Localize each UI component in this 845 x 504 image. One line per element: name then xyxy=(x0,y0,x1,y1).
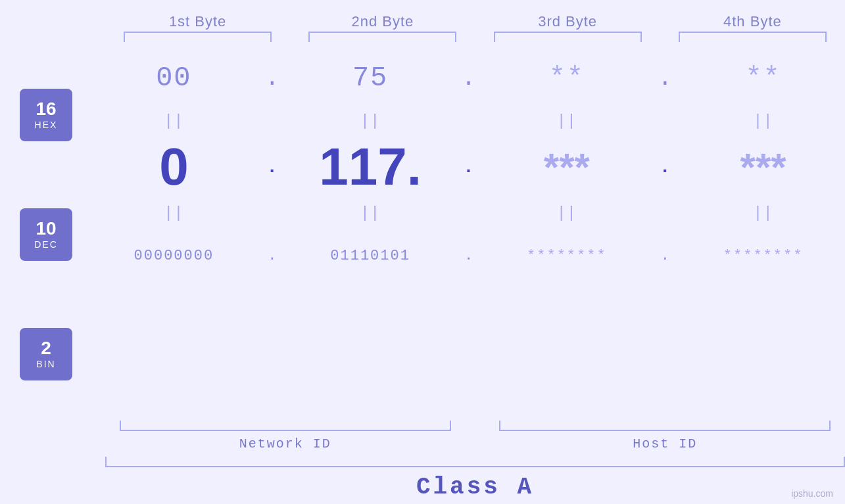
hex-sep1: . xyxy=(256,65,289,92)
dec-dot3: . xyxy=(660,157,671,177)
hex-b2: 75 xyxy=(352,62,388,94)
bin-row: 00000000 . 01110101 . ******** . xyxy=(92,226,845,285)
bin-b2-cell: 01110101 xyxy=(289,248,452,264)
dec-sep2: . xyxy=(452,157,485,177)
hex-sep2: . xyxy=(452,65,485,92)
eq2-b4: || xyxy=(681,204,845,222)
hex-b3-cell: ** xyxy=(485,62,649,94)
bracket-4 xyxy=(679,32,827,42)
bracket-1 xyxy=(124,32,272,42)
byte4-header: 4th Byte xyxy=(660,13,845,30)
hex-dot2: . xyxy=(462,65,476,92)
eq-row-2: || || || || xyxy=(92,200,845,226)
main-container: 1st Byte 2nd Byte 3rd Byte 4th Byte 16 H… xyxy=(0,0,845,504)
bin-num: 2 xyxy=(41,339,51,357)
network-id-label: Network ID xyxy=(239,436,331,451)
dec-dot2: . xyxy=(463,157,474,177)
eq1-b4: || xyxy=(681,112,845,130)
bracket-labels-container: Network ID Host ID xyxy=(105,421,845,451)
hex-b4: ** xyxy=(745,62,781,94)
bin-badge: 2 BIN xyxy=(20,328,72,380)
bin-label: BIN xyxy=(36,359,55,369)
bracket-2 xyxy=(308,32,456,42)
bin-sep2: . xyxy=(452,248,485,264)
hex-dot3: . xyxy=(658,65,672,92)
dec-num: 10 xyxy=(36,219,56,238)
dec-b3-cell: *** xyxy=(485,145,649,190)
hex-dot1: . xyxy=(265,65,279,92)
hex-badge: 16 HEX xyxy=(20,89,72,141)
eq2-b3: || xyxy=(485,204,649,222)
bin-sep1: . xyxy=(256,248,289,264)
bin-dot3: . xyxy=(661,248,669,264)
bin-b1: 00000000 xyxy=(134,248,214,264)
host-id-bracket-line xyxy=(499,421,831,431)
bin-b4: ******** xyxy=(723,248,804,264)
byte2-header: 2nd Byte xyxy=(290,13,475,30)
bytes-grid: 00 . 75 . ** . ** xyxy=(92,49,845,421)
bin-b3-cell: ******** xyxy=(485,248,649,264)
watermark: ipshu.com xyxy=(791,488,833,499)
dec-b2: 117. xyxy=(319,137,422,197)
dec-b3: *** xyxy=(544,145,590,190)
byte3-header: 3rd Byte xyxy=(475,13,660,30)
bin-b1-cell: 00000000 xyxy=(92,248,256,264)
dec-label: DEC xyxy=(34,239,58,250)
eq1-b3: || xyxy=(485,112,649,130)
dec-row: 0 . 117. . *** . *** xyxy=(92,134,845,200)
hex-b2-cell: 75 xyxy=(289,62,452,94)
hex-b4-cell: ** xyxy=(681,62,845,94)
dec-b1-cell: 0 xyxy=(92,137,256,197)
network-id-bracket-line xyxy=(120,421,451,431)
eq1-b1: || xyxy=(92,112,256,130)
eq2-b1: || xyxy=(92,204,256,222)
dec-b2-cell: 117. xyxy=(289,137,452,197)
byte-headers: 1st Byte 2nd Byte 3rd Byte 4th Byte xyxy=(0,13,845,30)
hex-sep3: . xyxy=(648,65,681,92)
hex-num: 16 xyxy=(36,100,56,118)
hex-b1: 00 xyxy=(156,62,191,94)
header-brackets xyxy=(0,32,845,42)
base-indicators: 16 HEX 10 DEC 2 BIN xyxy=(0,49,92,421)
dec-sep1: . xyxy=(256,157,289,177)
byte1-header: 1st Byte xyxy=(105,13,290,30)
bracket-cell-4 xyxy=(660,32,845,42)
bin-dot1: . xyxy=(268,248,276,264)
bracket-3 xyxy=(494,32,642,42)
bracket-cell-1 xyxy=(105,32,290,42)
dec-sep3: . xyxy=(648,157,681,177)
hex-row: 00 . 75 . ** . ** xyxy=(92,49,845,108)
host-id-bracket-block: Host ID xyxy=(485,421,846,451)
class-banner: Class A xyxy=(105,457,845,504)
bottom-area: Network ID Host ID Class A xyxy=(0,421,845,504)
class-bracket-line xyxy=(105,457,845,467)
hex-b1-cell: 00 xyxy=(92,62,256,94)
eq2-b2: || xyxy=(289,204,452,222)
eq-row-1: || || || || xyxy=(92,108,845,134)
eq1-b2: || xyxy=(289,112,452,130)
dec-b4-cell: *** xyxy=(681,145,845,190)
bin-b2: 01110101 xyxy=(330,248,410,264)
bin-b4-cell: ******** xyxy=(681,248,845,264)
bracket-cell-2 xyxy=(290,32,475,42)
bin-sep3: . xyxy=(648,248,681,264)
bin-b3: ******** xyxy=(527,248,607,264)
dec-dot1: . xyxy=(266,157,278,177)
hex-label: HEX xyxy=(35,120,58,130)
dec-b1: 0 xyxy=(159,137,189,197)
class-label: Class A xyxy=(105,467,845,504)
host-id-label: Host ID xyxy=(633,436,697,451)
dec-b4: *** xyxy=(740,145,786,190)
bin-dot2: . xyxy=(464,248,473,264)
network-id-bracket-block: Network ID xyxy=(105,421,466,451)
bracket-cell-3 xyxy=(475,32,660,42)
content-area: 16 HEX 10 DEC 2 BIN 00 . xyxy=(0,49,845,421)
hex-b3: ** xyxy=(549,62,585,94)
dec-badge: 10 DEC xyxy=(20,208,72,261)
